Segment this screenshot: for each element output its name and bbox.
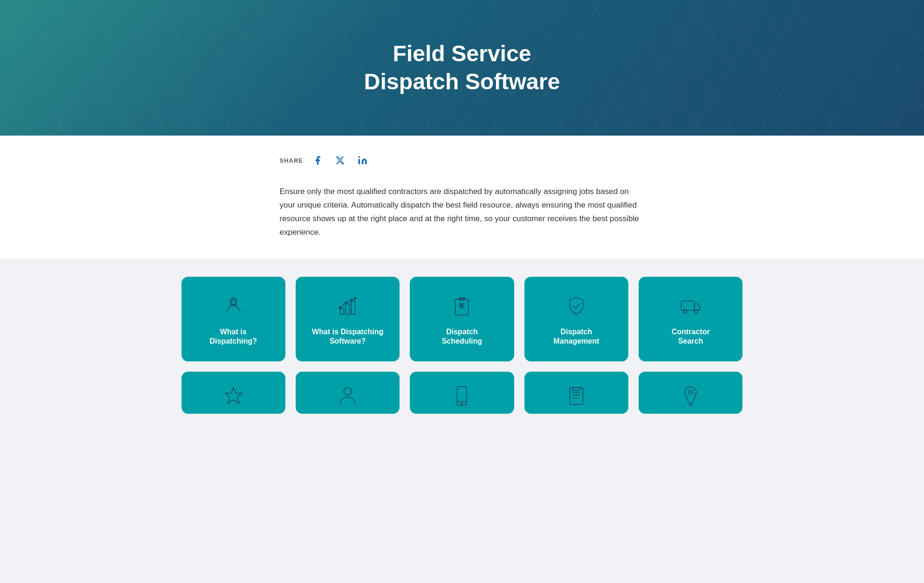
linkedin-share-button[interactable] bbox=[355, 152, 371, 168]
star-icon bbox=[222, 385, 245, 409]
list-icon bbox=[565, 385, 588, 409]
cards-row-1: What isDispatching? What is DispatchingS… bbox=[182, 277, 743, 362]
chart-icon bbox=[336, 295, 359, 319]
worker-icon bbox=[222, 295, 245, 319]
truck-icon bbox=[679, 295, 702, 319]
svg-rect-2 bbox=[231, 299, 236, 301]
card-label: DispatchManagement bbox=[553, 327, 599, 347]
svg-point-0 bbox=[358, 156, 360, 158]
svg-rect-4 bbox=[346, 304, 349, 314]
svg-marker-18 bbox=[225, 388, 242, 403]
svg-point-8 bbox=[350, 299, 352, 301]
person-icon bbox=[336, 385, 359, 409]
card-row2-1[interactable] bbox=[182, 372, 285, 414]
card-label: ContractorSearch bbox=[671, 327, 710, 347]
svg-rect-5 bbox=[351, 301, 355, 314]
description-text: Ensure only the most qualified contracto… bbox=[280, 185, 645, 239]
svg-point-22 bbox=[461, 403, 463, 404]
card-what-is-dispatching[interactable]: What isDispatching? bbox=[182, 277, 285, 362]
share-label: SHARE bbox=[280, 157, 304, 164]
facebook-share-button[interactable] bbox=[310, 152, 326, 168]
svg-rect-27 bbox=[573, 388, 580, 390]
card-label: DispatchScheduling bbox=[442, 327, 482, 347]
clipboard-dollar-icon: $ bbox=[451, 295, 473, 319]
card-label: What isDispatching? bbox=[210, 327, 257, 347]
content-area: SHARE Ensure only the bbox=[0, 136, 924, 258]
svg-point-19 bbox=[344, 388, 351, 395]
card-what-is-dispatch-software[interactable]: What is DispatchingSoftware? bbox=[296, 277, 400, 362]
svg-point-28 bbox=[689, 390, 692, 394]
svg-point-7 bbox=[345, 302, 347, 304]
svg-point-29 bbox=[687, 404, 694, 406]
location-icon bbox=[679, 385, 702, 409]
hero-section: Field Service Dispatch Software bbox=[0, 0, 924, 136]
card-row2-3[interactable] bbox=[410, 372, 514, 414]
twitter-share-button[interactable] bbox=[332, 152, 348, 168]
card-dispatch-management[interactable]: DispatchManagement bbox=[524, 277, 628, 362]
cards-section: What isDispatching? What is DispatchingS… bbox=[0, 258, 924, 424]
svg-point-6 bbox=[339, 307, 341, 309]
card-row2-2[interactable] bbox=[296, 372, 400, 414]
mobile-icon bbox=[451, 385, 473, 409]
cards-row-2 bbox=[182, 372, 743, 414]
card-row2-5[interactable] bbox=[639, 372, 742, 414]
card-label: What is DispatchingSoftware? bbox=[312, 327, 384, 347]
shield-check-icon bbox=[565, 295, 588, 319]
card-contractor-search[interactable]: ContractorSearch bbox=[639, 277, 742, 362]
share-bar: SHARE bbox=[280, 152, 645, 168]
svg-point-9 bbox=[354, 297, 356, 299]
hero-title: Field Service Dispatch Software bbox=[364, 40, 560, 96]
card-row2-4[interactable] bbox=[524, 372, 628, 414]
card-dispatch-scheduling[interactable]: $ DispatchScheduling bbox=[410, 277, 514, 362]
svg-rect-15 bbox=[681, 301, 694, 310]
svg-rect-3 bbox=[340, 309, 344, 314]
